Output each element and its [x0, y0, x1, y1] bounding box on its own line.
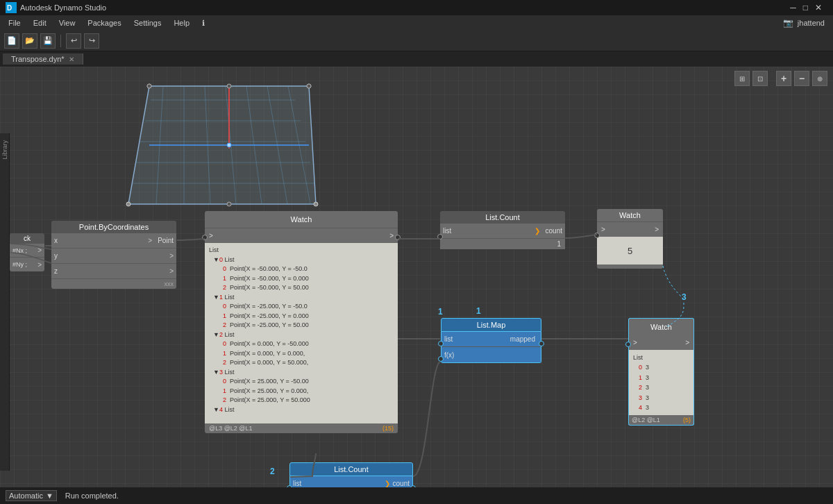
- list-map-list-port: [438, 341, 444, 346]
- list-count-bottom-list-label: list: [293, 480, 382, 487]
- menu-settings[interactable]: Settings: [128, 17, 167, 28]
- app-logo-icon: D: [6, 2, 17, 13]
- tab-close-icon[interactable]: ✕: [69, 56, 74, 63]
- list-count-output-label: count: [540, 227, 562, 235]
- list-count-node-top: List.Count list ❯ count 1: [440, 211, 565, 249]
- z-port-label: z: [54, 267, 169, 275]
- menu-info[interactable]: ℹ: [196, 17, 210, 29]
- tab-transpose[interactable]: Transpose.dyn* ✕: [3, 53, 83, 65]
- list-map-fx-label: f(x): [444, 351, 538, 359]
- list-count-node-bottom: List.Count list ❯ count 1 2: [289, 462, 413, 487]
- input-node: ck #Nx ; > #Ny ; >: [10, 233, 44, 271]
- save-button[interactable]: 💾: [40, 33, 56, 49]
- watch-node-1: Watch > > List ▼0 List 0 Point(X = -50.0…: [205, 211, 398, 433]
- list-count-top-header: List.Count: [440, 211, 565, 224]
- input-ny-label: #Ny ;: [12, 261, 37, 268]
- library-label: Library: [1, 140, 8, 160]
- run-mode-dropdown[interactable]: Automatic ▼: [6, 490, 57, 501]
- menu-edit[interactable]: Edit: [28, 17, 52, 28]
- input-header: ck: [10, 233, 44, 244]
- menu-packages[interactable]: Packages: [82, 17, 126, 28]
- list-count-value: 1: [440, 239, 565, 249]
- zoom-out-button[interactable]: −: [794, 71, 809, 86]
- zoom-in-button[interactable]: +: [776, 71, 791, 86]
- watch-node-3: Watch > > List 0 3 1 3 2 3 3 3 4 3 @L2 @…: [628, 318, 694, 426]
- menubar: File Edit View Packages Settings Help ℹ …: [0, 15, 833, 31]
- watch3-content: List 0 3 1 3 2 3 3 3 4 3: [628, 350, 694, 415]
- view-icon-2[interactable]: ⊡: [752, 71, 768, 86]
- watch1-header: Watch: [209, 215, 394, 224]
- user-label: jhattend: [798, 19, 825, 27]
- minimize-icon[interactable]: ─: [790, 3, 796, 12]
- toolbar: 📄 📂 💾 ↩ ↪: [0, 31, 833, 51]
- titlebar-controls: ─ □ ✕: [790, 3, 822, 12]
- watch1-left-port: [202, 235, 208, 240]
- badge-3: 3: [682, 292, 687, 302]
- view-icon-1[interactable]: ⊞: [734, 71, 750, 86]
- watch2-value: 5: [597, 237, 663, 264]
- watch-node-2: Watch > > 5: [597, 209, 663, 269]
- y-port-label: y: [54, 252, 169, 260]
- watch3-footer-label: @L2 @L1: [632, 417, 660, 423]
- list-count-bottom-header: List.Count: [289, 462, 413, 476]
- point-by-coordinates-node: Point.ByCoordinates x > Point y > z > xx…: [51, 221, 176, 289]
- watch1-footer-label: @L3 @L2 @L1: [209, 425, 252, 432]
- list-map-node: List.Map list mapped f(x) 1: [441, 318, 541, 363]
- watch1-content: List ▼0 List 0 Point(X = -50.000, Y = -5…: [205, 243, 398, 423]
- list-count-list-label: list: [443, 227, 535, 235]
- undo-button[interactable]: ↩: [66, 33, 81, 49]
- badge-1: 1: [476, 306, 481, 316]
- maximize-icon[interactable]: □: [803, 3, 808, 12]
- titlebar: D Autodesk Dynamo Studio ─ □ ✕: [0, 0, 833, 15]
- tab-label: Transpose.dyn*: [11, 55, 65, 63]
- list-map-fx-port: [438, 356, 444, 362]
- watch3-header: Watch: [633, 323, 689, 331]
- new-button[interactable]: 📄: [4, 33, 19, 49]
- watch2-left-port: [594, 233, 600, 238]
- redo-button[interactable]: ↪: [84, 33, 99, 49]
- tabbar: Transpose.dyn* ✕: [0, 51, 833, 67]
- watch1-in-arrow: >: [209, 232, 213, 240]
- list-count-arrow: ❯: [535, 227, 540, 235]
- list-map-right-port: [539, 341, 544, 346]
- x-port-label: x: [54, 237, 148, 244]
- dropdown-arrow-icon: ▼: [46, 492, 53, 500]
- watch3-left-port: [625, 342, 631, 347]
- watch1-right-port: [395, 235, 401, 240]
- watch1-footer-count: (15): [382, 425, 394, 432]
- menu-view[interactable]: View: [53, 17, 81, 28]
- input-nx-label: #Nx ;: [12, 247, 37, 254]
- watch2-header: Watch: [597, 209, 663, 221]
- app-title: Autodesk Dynamo Studio: [20, 3, 790, 12]
- list-map-header: List.Map: [441, 318, 541, 332]
- sidebar: Library: [0, 133, 10, 471]
- list-map-badge: 1: [438, 307, 443, 317]
- statusbar: Automatic ▼ Run completed.: [0, 487, 833, 504]
- list-map-mapped-label: mapped: [507, 335, 538, 343]
- open-button[interactable]: 📂: [22, 33, 37, 49]
- menu-file[interactable]: File: [3, 17, 26, 28]
- canvas[interactable]: ⊞ ⊡ + − ⊕ Library: [0, 67, 833, 487]
- badge-2: 2: [270, 467, 275, 476]
- close-icon[interactable]: ✕: [815, 3, 822, 12]
- run-status: Run completed.: [65, 492, 119, 500]
- watch1-out-arrow: >: [389, 232, 394, 240]
- list-map-list-label: list: [444, 335, 507, 343]
- run-mode-label: Automatic: [9, 492, 43, 500]
- camera-icon: 📷: [783, 18, 793, 28]
- xxx-label: xxx: [51, 279, 176, 289]
- svg-text:D: D: [7, 4, 12, 12]
- fit-view-button[interactable]: ⊕: [812, 71, 827, 86]
- list-count-bottom-count-label: count: [393, 480, 410, 487]
- watch2-footer: [597, 264, 663, 269]
- watch3-footer-count: (5): [683, 417, 691, 423]
- point-by-coords-header: Point.ByCoordinates: [51, 221, 176, 233]
- menu-help[interactable]: Help: [168, 17, 195, 28]
- list-count-left-port: [437, 234, 443, 240]
